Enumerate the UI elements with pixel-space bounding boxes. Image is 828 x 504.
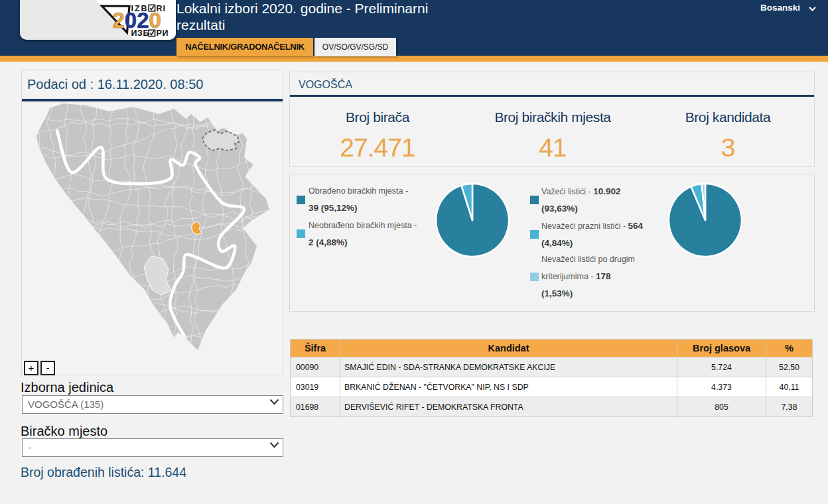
svg-text:РИ: РИ	[157, 29, 169, 38]
svg-text:ИЗБ: ИЗБ	[131, 29, 150, 38]
